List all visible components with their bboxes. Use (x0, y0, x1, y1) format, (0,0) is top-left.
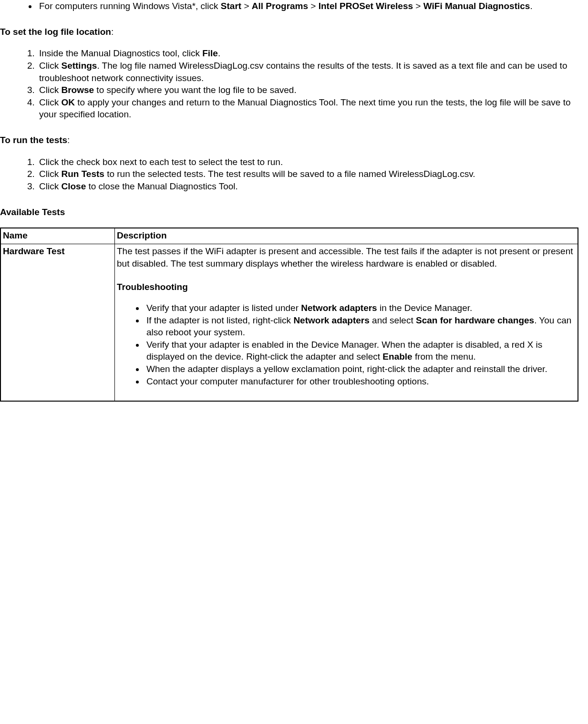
bold: Network adapters (293, 315, 369, 325)
set-log-heading: To set the log file location: (0, 26, 578, 38)
text: Inside the Manual Diagnostics tool, clic… (39, 48, 202, 58)
text: When the adapter displays a yellow excla… (146, 364, 547, 374)
text: to specify where you want the log file t… (94, 85, 297, 95)
troubleshooting-list: Verify that your adapter is listed under… (117, 302, 576, 387)
bold: Run Tests (61, 169, 104, 179)
bold: OK (61, 97, 75, 107)
text: in the Device Manager. (377, 303, 473, 313)
table-header-row: Name Description (0, 228, 578, 244)
set-log-steps: Inside the Manual Diagnostics tool, clic… (0, 47, 578, 121)
text: Click (39, 97, 61, 107)
bold: Close (61, 181, 86, 191)
available-tests-table: Name Description Hardware Test The test … (0, 228, 578, 402)
test-name-cell: Hardware Test (0, 244, 115, 401)
heading-text: To run the tests (0, 135, 67, 145)
available-tests-heading: Available Tests (0, 206, 578, 218)
intro-bullet: For computers running Windows Vista*, cl… (37, 0, 578, 12)
sep: > (241, 1, 252, 11)
text: Click (39, 181, 61, 191)
troubleshooting-heading: Troubleshooting (117, 281, 576, 293)
bold-start: Start (221, 1, 241, 11)
text: Click (39, 61, 61, 71)
text: . (218, 48, 220, 58)
list-item: Inside the Manual Diagnostics tool, clic… (37, 47, 578, 60)
colon: : (67, 135, 70, 145)
bold: Scan for hardware changes (416, 315, 534, 325)
intro-bullet-list: For computers running Windows Vista*, cl… (0, 0, 578, 12)
list-item: Click Close to close the Manual Diagnost… (37, 180, 578, 193)
list-item: Click the check box next to each test to… (37, 156, 578, 168)
period: . (530, 1, 532, 11)
test-description-cell: The test passes if the WiFi adapter is p… (115, 244, 578, 401)
text: and select (370, 315, 416, 325)
text: For computers running Windows Vista*, cl… (39, 1, 221, 11)
bold: Settings (61, 61, 97, 71)
table-row: Hardware Test The test passes if the WiF… (0, 244, 578, 401)
sep: > (308, 1, 319, 11)
text: from the menu. (413, 352, 476, 362)
list-item: When the adapter displays a yellow excla… (144, 363, 576, 375)
col-header-description: Description (115, 228, 578, 244)
text: Click (39, 169, 61, 179)
bold: Enable (382, 352, 412, 362)
text: Verify that your adapter is listed under (146, 303, 301, 313)
text: Contact your computer manufacturer for o… (146, 376, 429, 386)
list-item: Click Settings. The log file named Wirel… (37, 60, 578, 84)
colon: : (111, 27, 113, 37)
text: . The log file named WirelessDiagLog.csv… (39, 61, 567, 83)
text: to apply your changes and return to the … (39, 97, 571, 120)
bold-proset: Intel PROSet Wireless (319, 1, 413, 11)
list-item: Verify that your adapter is listed under… (144, 302, 576, 314)
list-item: Click Browse to specify where you want t… (37, 84, 578, 96)
bold-allprograms: All Programs (252, 1, 308, 11)
text: Click the check box next to each test to… (39, 157, 283, 167)
list-item: Click Run Tests to run the selected test… (37, 168, 578, 180)
bold: Browse (61, 85, 94, 95)
heading-text: To set the log file location (0, 27, 111, 37)
bold: Network adapters (301, 303, 377, 313)
text: If the adapter is not listed, right-clic… (146, 315, 293, 325)
text: Click (39, 85, 61, 95)
bold-wifi-diag: WiFi Manual Diagnostics (423, 1, 530, 11)
bold: File (202, 48, 218, 58)
run-tests-heading: To run the tests: (0, 134, 578, 146)
list-item: Verify that your adapter is enabled in t… (144, 339, 576, 363)
list-item: Contact your computer manufacturer for o… (144, 375, 576, 388)
list-item: Click OK to apply your changes and retur… (37, 96, 578, 121)
list-item: If the adapter is not listed, right-clic… (144, 314, 576, 339)
desc-paragraph: The test passes if the WiFi adapter is p… (117, 245, 576, 269)
col-header-name: Name (0, 228, 115, 244)
run-tests-steps: Click the check box next to each test to… (0, 156, 578, 193)
text: to run the selected tests. The test resu… (104, 169, 475, 179)
text: Verify that your adapter is enabled in t… (146, 340, 542, 362)
sep: > (413, 1, 423, 11)
text: to close the Manual Diagnostics Tool. (86, 181, 238, 191)
